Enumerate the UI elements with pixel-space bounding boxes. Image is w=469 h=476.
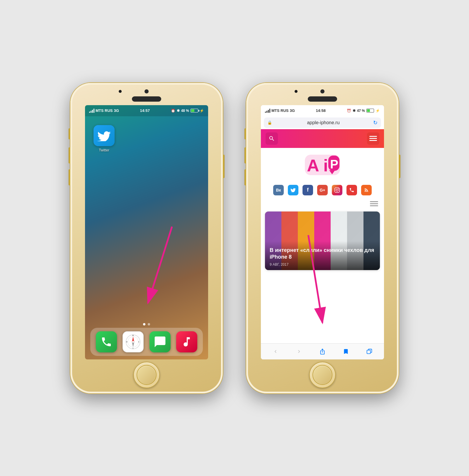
mute-button[interactable] — [69, 128, 70, 139]
safari-icon-image: N S E W — [123, 331, 144, 352]
gp-icon-label: G+ — [320, 188, 325, 192]
page-dot-2 — [148, 323, 150, 325]
url-text[interactable]: apple-iphone.ru — [273, 120, 373, 125]
url-bar[interactable]: 🔒 apple-iphone.ru ↻ — [264, 117, 381, 128]
safari-status-bar: MTS RUS 3G 14:58 ⏰ ✱ 47 % ⚡ — [261, 105, 384, 116]
phone-screen-2: MTS RUS 3G 14:58 ⏰ ✱ 47 % ⚡ 🔒 apple-ipho… — [261, 105, 384, 359]
tabs-button[interactable] — [363, 345, 376, 358]
fb-icon-label: f — [307, 187, 309, 193]
volume-up-button-2[interactable] — [244, 147, 246, 163]
vk-social-icon[interactable]: Вк — [273, 185, 284, 195]
svg-text:P: P — [330, 157, 338, 171]
power-button-2[interactable] — [399, 155, 400, 178]
safari-alarm-icon: ⏰ — [347, 109, 351, 113]
site-menu-row — [261, 200, 384, 209]
homescreen: MTS RUS 3G 14:57 ⏰ ✱ 48 % ⚡ — [85, 105, 208, 359]
carrier-label: MTS RUS — [96, 108, 113, 113]
site-search-button[interactable] — [266, 132, 278, 145]
home-button[interactable] — [133, 362, 160, 388]
bookmarks-button[interactable] — [339, 345, 352, 358]
front-camera-2 — [320, 89, 324, 93]
instagram-icon — [334, 187, 340, 193]
instagram-social-icon[interactable] — [332, 185, 342, 195]
status-left: MTS RUS 3G — [89, 108, 119, 113]
battery-pct-label: 48 % — [181, 109, 189, 113]
twitter-app-icon[interactable]: Twitter — [92, 125, 116, 152]
music-app-icon[interactable] — [176, 331, 198, 352]
menu-line-3 — [369, 140, 377, 141]
rss-social-icon[interactable] — [361, 185, 372, 195]
refresh-button[interactable]: ↻ — [373, 120, 378, 126]
music-note-icon — [181, 336, 193, 348]
svg-text:N: N — [132, 335, 134, 336]
menu-line-1 — [369, 136, 377, 137]
phone-icon-image — [96, 331, 117, 352]
article-title: В интернет «слили» снимки чехлов для iPh… — [270, 247, 375, 261]
volume-up-button[interactable] — [69, 147, 70, 163]
forward-arrow-icon — [296, 349, 302, 354]
share-icon — [319, 348, 326, 355]
bluetooth-icon: ✱ — [177, 109, 180, 113]
twitter-icon — [290, 188, 296, 192]
article-overlay: В интернет «слили» снимки чехлов для iPh… — [265, 241, 380, 270]
volume-down-button[interactable] — [69, 169, 70, 185]
article-image: В интернет «слили» снимки чехлов для iPh… — [265, 211, 380, 270]
article-card[interactable]: В интернет «слили» снимки чехлов для iPh… — [265, 211, 380, 270]
safari-network-type: 3G — [290, 108, 295, 113]
speaker — [132, 96, 161, 102]
safari-signal-icon — [265, 109, 270, 113]
phone-2: MTS RUS 3G 14:58 ⏰ ✱ 47 % ⚡ 🔒 apple-ipho… — [246, 83, 399, 393]
twitter-icon-image — [94, 125, 115, 146]
front-sensor — [119, 90, 122, 93]
safari-battery-icon — [366, 109, 374, 112]
svg-text:i: i — [323, 156, 328, 175]
googleplus-social-icon[interactable]: G+ — [317, 185, 328, 195]
front-camera — [145, 89, 149, 93]
front-sensor-2 — [295, 90, 298, 93]
search-icon — [269, 135, 275, 142]
site-menu-button[interactable] — [367, 132, 379, 145]
safari-toolbar — [261, 343, 384, 359]
safari-app-icon[interactable]: N S E W — [123, 331, 144, 352]
messages-app-icon[interactable] — [149, 331, 171, 352]
social-icons-row: Вк f G+ — [261, 182, 384, 200]
phone-app-icon[interactable] — [96, 331, 117, 352]
safari-compass-icon: N S E W — [125, 334, 141, 349]
safari-battery-pct: 47 % — [357, 109, 365, 113]
share-button[interactable] — [316, 345, 329, 358]
back-button[interactable] — [269, 345, 282, 358]
dock: N S E W — [90, 328, 203, 356]
phone-social-icon[interactable] — [346, 185, 357, 195]
home-button-inner — [137, 365, 157, 385]
status-bar: MTS RUS 3G 14:57 ⏰ ✱ 48 % ⚡ — [85, 105, 208, 116]
power-button[interactable] — [223, 155, 225, 178]
battery-icon — [191, 109, 198, 112]
facebook-social-icon[interactable]: f — [303, 185, 313, 195]
hamburger-line-1 — [370, 201, 378, 202]
volume-down-button-2[interactable] — [244, 169, 246, 185]
vk-icon-label: Вк — [276, 188, 281, 192]
phone-screen: MTS RUS 3G 14:57 ⏰ ✱ 48 % ⚡ — [85, 105, 208, 359]
bookmarks-icon — [343, 348, 349, 355]
phone-top — [70, 83, 223, 102]
home-button-2[interactable] — [309, 362, 336, 388]
back-arrow-icon — [273, 349, 278, 354]
hamburger-line-3 — [370, 205, 378, 206]
phone-top-2 — [246, 83, 399, 102]
site-hamburger-icon[interactable] — [370, 201, 378, 206]
safari-charging-icon: ⚡ — [375, 109, 380, 113]
charging-icon: ⚡ — [200, 109, 204, 113]
site-logo-container: A i P — [261, 148, 384, 182]
site-header — [261, 129, 384, 148]
home-button-inner-2 — [312, 365, 332, 385]
phone-icon — [349, 187, 354, 193]
mute-button-2[interactable] — [244, 128, 246, 139]
forward-button[interactable] — [293, 345, 305, 358]
speaker-2 — [308, 96, 337, 102]
app-row-1: Twitter — [92, 125, 201, 152]
safari-screen: MTS RUS 3G 14:58 ⏰ ✱ 47 % ⚡ 🔒 apple-ipho… — [261, 105, 384, 359]
phone-1: MTS RUS 3G 14:57 ⏰ ✱ 48 % ⚡ — [70, 83, 223, 393]
twitter-social-icon[interactable] — [288, 185, 298, 195]
twitter-app-label: Twitter — [99, 148, 109, 152]
app-grid: Twitter — [85, 116, 208, 321]
